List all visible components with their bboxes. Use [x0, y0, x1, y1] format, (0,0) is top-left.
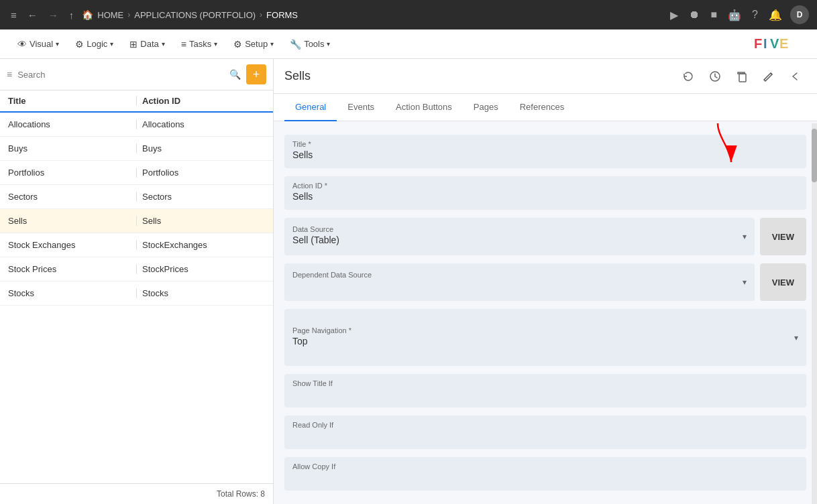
dependent-data-source-dropdown-arrow: ▾ — [743, 277, 747, 287]
search-icon[interactable]: 🔍 — [229, 69, 241, 80]
back-button[interactable]: ← — [25, 7, 40, 23]
dependent-data-source-view-button[interactable]: VIEW — [760, 263, 806, 301]
cell-action: Sells — [142, 216, 265, 226]
cell-title: Stocks — [8, 288, 131, 298]
svg-rect-5 — [739, 74, 746, 82]
left-panel: ≡ 🔍 + Title Action ID Allocations Alloca… — [0, 59, 274, 504]
logic-menu[interactable]: ⚙ Logic ▾ — [68, 36, 120, 52]
table-header: Title Action ID — [0, 90, 273, 113]
action-id-field[interactable]: Action ID * Sells — [284, 176, 806, 210]
cell-title: Buys — [8, 143, 131, 153]
tab-events[interactable]: Events — [337, 94, 385, 121]
data-menu[interactable]: ⊞ Data ▾ — [123, 36, 171, 52]
undo-button[interactable] — [677, 66, 699, 87]
preview-icon[interactable]: ⏺ — [686, 6, 702, 23]
tab-references[interactable]: References — [509, 94, 575, 121]
col-divider — [136, 96, 137, 106]
breadcrumb-applications[interactable]: APPLICATIONS (PORTFOLIO) — [134, 10, 256, 20]
stop-icon[interactable]: ■ — [708, 6, 720, 23]
main-layout: ≡ 🔍 + Title Action ID Allocations Alloca… — [0, 59, 817, 504]
svg-text:E: E — [779, 36, 788, 51]
dependent-data-source-label: Dependent Data Source — [292, 271, 743, 279]
bot-icon[interactable]: 🤖 — [725, 6, 744, 24]
cell-action: StockExchanges — [142, 240, 265, 250]
table-row[interactable]: Stock Exchanges StockExchanges — [0, 233, 273, 257]
edit-button[interactable] — [758, 66, 779, 87]
allow-copy-if-value — [292, 472, 798, 485]
data-source-field[interactable]: Data Source Sell (Table) ▾ — [284, 218, 755, 255]
tab-action-buttons[interactable]: Action Buttons — [385, 94, 463, 121]
back-panel-button[interactable] — [785, 66, 806, 87]
cell-title: Allocations — [8, 119, 131, 129]
show-title-if-value — [292, 389, 798, 402]
up-button[interactable]: ↑ — [66, 7, 77, 23]
table-row[interactable]: Sectors Sectors — [0, 185, 273, 209]
allow-copy-if-field[interactable]: Allow Copy If — [284, 457, 806, 491]
panel-actions — [677, 66, 806, 87]
table-row[interactable]: Buys Buys — [0, 137, 273, 161]
table-row[interactable]: Portfolios Portfolios — [0, 161, 273, 185]
setup-menu[interactable]: ⚙ Setup ▾ — [227, 36, 280, 52]
cell-title: Sells — [8, 216, 131, 226]
page-navigation-field[interactable]: Page Navigation * Top ▾ — [284, 309, 806, 366]
copy-button[interactable] — [731, 66, 753, 87]
panel-title: Sells — [284, 69, 677, 83]
cell-action: Buys — [142, 143, 265, 153]
read-only-if-value — [292, 430, 798, 444]
scrollbar-thumb[interactable] — [812, 129, 817, 182]
notification-icon[interactable]: 🔔 — [766, 6, 785, 24]
read-only-if-field[interactable]: Read Only If — [284, 416, 806, 449]
cell-action: Sectors — [142, 192, 265, 202]
tab-general[interactable]: General — [284, 94, 337, 121]
table-footer: Total Rows: 8 — [0, 483, 273, 504]
svg-text:V: V — [770, 36, 779, 51]
svg-text:F: F — [754, 36, 762, 51]
data-icon: ⊞ — [129, 39, 138, 50]
cell-title: Portfolios — [8, 168, 131, 178]
data-source-view-button[interactable]: VIEW — [760, 218, 806, 255]
visual-menu[interactable]: 👁 Visual ▾ — [11, 36, 66, 52]
breadcrumb: 🏠 HOME › APPLICATIONS (PORTFOLIO) › FORM… — [82, 9, 662, 20]
setup-icon: ⚙ — [233, 39, 242, 50]
menu-icon[interactable]: ≡ — [8, 7, 19, 23]
scrollbar-track — [812, 123, 817, 504]
tab-pages[interactable]: Pages — [463, 94, 509, 121]
page-navigation-value: Top — [292, 336, 794, 349]
forward-button[interactable]: → — [46, 7, 61, 23]
col-action-header: Action ID — [142, 96, 265, 106]
cell-title: Sectors — [8, 192, 131, 202]
table-body: Allocations Allocations Buys Buys Portfo… — [0, 113, 273, 483]
panel-header: Sells — [274, 59, 817, 94]
filter-icon: ≡ — [7, 69, 12, 80]
add-button[interactable]: + — [246, 64, 266, 84]
show-title-if-field[interactable]: Show Title If — [284, 374, 806, 407]
search-input[interactable] — [17, 70, 224, 80]
table-row[interactable]: Sells Sells — [0, 209, 273, 233]
tools-icon: 🔧 — [290, 39, 301, 50]
dependent-data-source-field[interactable]: Dependent Data Source ▾ — [284, 263, 755, 301]
breadcrumb-forms[interactable]: FORMS — [266, 10, 298, 20]
top-nav: ≡ ← → ↑ 🏠 HOME › APPLICATIONS (PORTFOLIO… — [0, 0, 817, 29]
tasks-icon: ≡ — [181, 39, 186, 50]
data-source-label: Data Source — [292, 225, 743, 233]
eye-icon: 👁 — [17, 39, 27, 50]
cell-title: Stock Exchanges — [8, 240, 131, 250]
title-label: Title * — [292, 140, 798, 148]
table-row[interactable]: Stock Prices StockPrices — [0, 257, 273, 281]
tasks-menu[interactable]: ≡ Tasks ▾ — [174, 36, 224, 52]
data-source-value: Sell (Table) — [292, 235, 743, 248]
table-row[interactable]: Allocations Allocations — [0, 113, 273, 137]
avatar[interactable]: D — [790, 5, 809, 24]
play-icon[interactable]: ▶ — [667, 6, 681, 24]
toolbar: 👁 Visual ▾ ⚙ Logic ▾ ⊞ Data ▾ ≡ Tasks ▾ … — [0, 29, 817, 59]
action-id-value: Sells — [292, 191, 798, 204]
breadcrumb-home[interactable]: HOME — [97, 10, 123, 20]
read-only-if-label: Read Only If — [292, 421, 798, 429]
title-field[interactable]: Title * Sells — [284, 135, 806, 168]
action-id-label: Action ID * — [292, 182, 798, 190]
tools-menu[interactable]: 🔧 Tools ▾ — [283, 36, 337, 52]
history-button[interactable] — [704, 66, 726, 87]
help-icon[interactable]: ? — [749, 6, 761, 23]
table-row[interactable]: Stocks Stocks — [0, 281, 273, 306]
allow-copy-if-label: Allow Copy If — [292, 462, 798, 470]
